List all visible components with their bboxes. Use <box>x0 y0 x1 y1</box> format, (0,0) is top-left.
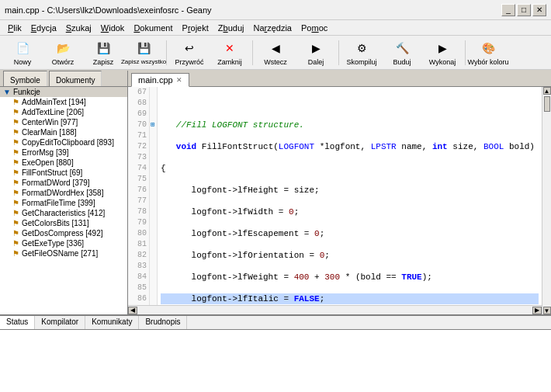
h-scrollbar[interactable]: ◀ ▶ <box>128 305 542 314</box>
save-icon: 💾 <box>95 40 112 57</box>
func-icon-1: ⚑ <box>12 98 19 106</box>
toolbar-back[interactable]: ◀ Wstecz <box>256 38 295 68</box>
tab-symbole[interactable]: Symbole <box>3 71 47 86</box>
toolbar-build[interactable]: 🔨 Buduj <box>383 38 421 68</box>
scroll-thumb[interactable] <box>544 96 550 112</box>
run-label: Wykonaj <box>429 58 456 66</box>
scroll-right-btn[interactable]: ▶ <box>532 307 542 314</box>
func-FormatFileTime[interactable]: ⚑ FormatFileTime [399] <box>0 198 127 208</box>
tab-maincpp-label: main.cpp <box>138 75 173 85</box>
compile-icon: ⚙ <box>353 40 370 57</box>
tab-status[interactable]: Status <box>0 316 35 329</box>
code-line-69: void FillFontStruct(LOGFONT *logfont, LP… <box>161 141 539 152</box>
menu-edycja[interactable]: Edycja <box>26 20 61 35</box>
menu-widok[interactable]: Widok <box>96 20 130 35</box>
build-icon: 🔨 <box>393 40 411 57</box>
forward-label: Dalej <box>308 58 324 66</box>
func-FormatDWordHex[interactable]: ⚑ FormatDWordHex [358] <box>0 188 127 198</box>
scroll-left-btn[interactable]: ◀ <box>128 307 137 314</box>
func-label-14: GetDosCompress [492] <box>22 229 103 238</box>
func-label-15: GetExeType [336] <box>22 239 84 248</box>
toolbar-close[interactable]: ✕ Zamknij <box>210 38 249 68</box>
func-GetFileOS[interactable]: ⚑ GetFileOSName [271] <box>0 248 127 258</box>
menu-szukaj[interactable]: Szukaj <box>61 20 96 35</box>
tab-close-icon[interactable]: ✕ <box>176 76 182 84</box>
func-icon-11: ⚑ <box>12 199 19 207</box>
toolbar-sep3 <box>338 40 339 65</box>
toolbar-forward[interactable]: ▶ Dalej <box>296 38 335 68</box>
close-button[interactable]: ✕ <box>532 4 546 16</box>
func-icon-13: ⚑ <box>12 219 19 227</box>
right-scrollbar[interactable]: ▲ ▼ <box>542 87 551 314</box>
code-area: 67 68 69 70 71 72 73 74 75 76 77 78 79 8… <box>128 87 542 314</box>
code-line-73: logfont->lfEscapement = 0; <box>161 228 539 239</box>
code-lines[interactable]: //Fill LOGFONT structure. void FillFontS… <box>158 87 542 305</box>
scroll-down-btn[interactable]: ▼ <box>543 307 551 314</box>
func-label-13: GetColorsBits [131] <box>22 219 89 227</box>
func-label-7: ExeOpen [880] <box>22 158 74 167</box>
func-CenterWin[interactable]: ⚑ CenterWin [977] <box>0 117 127 127</box>
functions-header[interactable]: ▼ Funkcje <box>0 87 127 97</box>
save-all-label: Zapisz wszystko <box>121 58 166 65</box>
func-ErrorMsg[interactable]: ⚑ ErrorMsg [39] <box>0 147 127 158</box>
func-AddTextLine[interactable]: ⚑ AddTextLine [206] <box>0 107 127 117</box>
tab-kompilator[interactable]: Kompilator <box>35 316 85 329</box>
code-scroll[interactable]: 67 68 69 70 71 72 73 74 75 76 77 78 79 8… <box>128 87 542 305</box>
bottom-tabs: Status Kompilator Komunikaty Brudnopis <box>0 316 551 330</box>
minimize-button[interactable]: _ <box>501 4 515 16</box>
sidebar-tabs: Symbole Dokumenty <box>0 71 128 86</box>
left-content: ▼ Funkcje ⚑ AddMainText [194] ⚑ AddTextL… <box>0 87 127 314</box>
func-GetExeType[interactable]: ⚑ GetExeType [336] <box>0 238 127 248</box>
toolbar-run[interactable]: ▶ Wykonaj <box>423 38 462 68</box>
toolbar-save-all[interactable]: 💾 Zapisz wszystko <box>124 38 163 68</box>
close-doc-icon: ✕ <box>221 40 238 57</box>
new-icon: 📄 <box>14 40 31 57</box>
doc-tabs: main.cpp ✕ <box>128 73 551 86</box>
color-label: Wybór koloru <box>468 58 509 66</box>
code-line-74: logfont->lfOrientation = 0; <box>161 250 539 261</box>
func-ExeOpen[interactable]: ⚑ ExeOpen [880] <box>0 158 127 168</box>
func-label-4: ClearMain [188] <box>22 128 77 137</box>
menu-dokument[interactable]: Dokument <box>129 20 177 35</box>
func-GetDos[interactable]: ⚑ GetDosCompress [492] <box>0 228 127 238</box>
func-CopyEdit[interactable]: ⚑ CopyEditToClipboard [893] <box>0 137 127 147</box>
toolbar-open[interactable]: 📂 Otwórz <box>43 38 82 68</box>
color-icon: 🎨 <box>480 40 497 57</box>
maximize-button[interactable]: □ <box>517 4 531 16</box>
func-GetColors[interactable]: ⚑ GetColorsBits [131] <box>0 218 127 228</box>
menu-pomoc[interactable]: Pomoc <box>296 20 332 35</box>
func-ClearMain[interactable]: ⚑ ClearMain [188] <box>0 127 127 137</box>
toolbar-compile[interactable]: ⚙ Skompiluj <box>342 38 381 68</box>
scroll-up-btn[interactable]: ▲ <box>543 87 551 95</box>
build-label: Buduj <box>393 58 411 66</box>
toolbar-color[interactable]: 🎨 Wybór koloru <box>469 38 508 68</box>
open-icon: 📂 <box>54 40 71 57</box>
func-label-2: AddTextLine [206] <box>22 108 84 116</box>
back-label: Wstecz <box>264 58 287 66</box>
tab-brudnopis[interactable]: Brudnopis <box>139 316 187 329</box>
line-numbers: 67 68 69 70 71 72 73 74 75 76 77 78 79 8… <box>128 87 150 305</box>
menu-bar: Plik Edycja Szukaj Widok Dokument Projek… <box>0 20 551 36</box>
tab-maincpp[interactable]: main.cpp ✕ <box>131 73 189 87</box>
func-icon-9: ⚑ <box>12 179 19 187</box>
func-label-12: GetCharacteristics [412] <box>22 209 105 217</box>
menu-projekt[interactable]: Projekt <box>178 20 213 35</box>
toolbar-revert[interactable]: ↩ Przywróć <box>170 38 209 68</box>
func-AddMainText[interactable]: ⚑ AddMainText [194] <box>0 97 127 107</box>
toolbar-save[interactable]: 💾 Zapisz <box>84 38 123 68</box>
func-FillFontStruct[interactable]: ⚑ FillFontStruct [69] <box>0 168 127 178</box>
tab-dokumenty[interactable]: Dokumenty <box>49 71 102 86</box>
tab-komunikaty[interactable]: Komunikaty <box>85 316 139 329</box>
func-icon-3: ⚑ <box>12 118 19 127</box>
close-doc-label: Zamknij <box>217 58 242 66</box>
code-line-70: { <box>161 163 539 174</box>
func-FormatDWord[interactable]: ⚑ FormatDWord [379] <box>0 178 127 188</box>
menu-zbuduj[interactable]: Zbuduj <box>213 20 249 35</box>
func-icon-6: ⚑ <box>12 148 19 157</box>
bottom-panel: Status Kompilator Komunikaty Brudnopis <box>0 314 551 392</box>
menu-plik[interactable]: Plik <box>3 20 26 35</box>
toolbar-new[interactable]: 📄 Nowy <box>3 38 42 68</box>
func-GetChar[interactable]: ⚑ GetCharacteristics [412] <box>0 208 127 218</box>
menu-narzedzia[interactable]: Narzędzia <box>248 20 296 35</box>
func-label-16: GetFileOSName [271] <box>22 249 98 258</box>
